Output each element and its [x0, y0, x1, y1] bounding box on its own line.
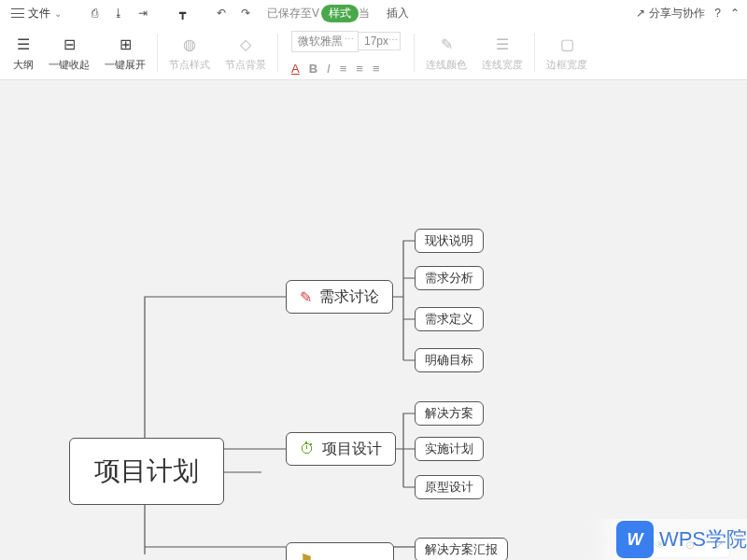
border-width-button[interactable]: ▢ 边框宽度: [546, 34, 587, 72]
chevron-down-icon: ⌄: [54, 8, 62, 19]
collapse-ribbon-icon[interactable]: ⌃: [730, 7, 740, 20]
leaf-node[interactable]: 需求分析: [415, 266, 484, 290]
leaf-node[interactable]: 现状说明: [415, 229, 484, 253]
file-label: 文件: [28, 6, 50, 21]
line-color-label: 连线颜色: [426, 58, 467, 72]
insert-menu[interactable]: 插入: [387, 6, 409, 21]
node-style-label: 节点样式: [169, 58, 210, 72]
outline-label: 大纲: [13, 58, 34, 72]
flag-icon: ⚑: [300, 551, 313, 561]
download-icon[interactable]: ⭳: [108, 3, 129, 23]
stopwatch-icon: ⏱: [300, 441, 315, 457]
wps-logo-icon: W: [616, 521, 654, 558]
file-menu[interactable]: 文件 ⌄: [7, 4, 65, 23]
line-width-icon: ☰: [492, 34, 513, 54]
font-family-select[interactable]: 微软雅黑: [291, 31, 359, 52]
redo-icon[interactable]: ↷: [235, 3, 256, 23]
node-bg-button[interactable]: ◇ 节点背景: [225, 34, 266, 72]
line-width-button[interactable]: ☰ 连线宽度: [482, 34, 523, 72]
share-button[interactable]: ↗ 分享与协作: [636, 6, 705, 21]
branch-node-1[interactable]: ✎ 需求讨论: [286, 280, 393, 314]
node-style-icon: ◍: [179, 34, 200, 54]
export-icon[interactable]: ⇥: [133, 3, 153, 23]
node-style-button[interactable]: ◍ 节点样式: [169, 34, 210, 72]
border-width-label: 边框宽度: [546, 58, 587, 72]
branch-1-label: 需求讨论: [319, 287, 379, 307]
border-width-icon: ▢: [557, 34, 577, 54]
branch-node-3[interactable]: ⚑ 汇报讨论: [286, 542, 394, 560]
leaf-node[interactable]: 解决方案汇报: [415, 538, 508, 560]
share-icon: ↗: [636, 7, 645, 20]
outline-icon: ☰: [13, 34, 34, 54]
ribbon-toolbar: ☰ 大纲 ⊟ 一键收起 ⊞ 一键展开 ◍ 节点样式 ◇ 节点背景: [0, 26, 747, 80]
node-bg-icon: ◇: [235, 34, 256, 54]
line-color-button[interactable]: ✎ 连线颜色: [426, 34, 467, 72]
line-color-icon: ✎: [436, 34, 457, 54]
format-brush-icon[interactable]: ┳: [172, 3, 192, 23]
save-status-prefix: 已保存至V: [267, 6, 319, 21]
wps-watermark-text: WPS学院: [659, 525, 747, 553]
collapse-all-button[interactable]: ⊟ 一键收起: [49, 34, 90, 72]
undo-icon[interactable]: ↶: [211, 3, 232, 23]
style-badge[interactable]: 样式: [321, 5, 359, 22]
node-bg-label: 节点背景: [225, 58, 266, 72]
wps-watermark: W WPS学院: [588, 519, 747, 560]
branch-2-label: 项目设计: [322, 440, 382, 459]
mindmap-canvas[interactable]: 项目计划 ✎ 需求讨论 现状说明 需求分析 需求定义 明确目标 ⏱ 项目设计 解…: [0, 80, 747, 560]
leaf-node[interactable]: 需求定义: [415, 307, 484, 331]
hamburger-icon: [11, 8, 24, 18]
pencil-icon: ✎: [300, 288, 312, 306]
share-label: 分享与协作: [649, 6, 705, 21]
font-color-button[interactable]: A: [291, 62, 300, 76]
leaf-node[interactable]: 原型设计: [415, 475, 484, 499]
line-width-label: 连线宽度: [482, 58, 523, 72]
help-icon[interactable]: ?: [714, 7, 721, 20]
leaf-node[interactable]: 明确目标: [415, 348, 484, 372]
expand-all-button[interactable]: ⊞ 一键展开: [105, 34, 146, 72]
align-center-icon[interactable]: ≡: [356, 62, 363, 76]
expand-label: 一键展开: [105, 58, 146, 72]
italic-button[interactable]: I: [327, 62, 331, 76]
save-status-suffix: 当: [359, 6, 370, 21]
font-size-select[interactable]: 17px: [359, 32, 401, 50]
bold-button[interactable]: B: [309, 62, 317, 76]
align-left-icon[interactable]: ≡: [340, 62, 347, 76]
branch-node-2[interactable]: ⏱ 项目设计: [286, 432, 396, 466]
collapse-icon: ⊟: [59, 34, 79, 54]
collapse-label: 一键收起: [49, 58, 90, 72]
align-right-icon[interactable]: ≡: [373, 62, 380, 76]
leaf-node[interactable]: 实施计划: [415, 437, 484, 461]
expand-icon: ⊞: [115, 34, 135, 54]
menu-bar: 文件 ⌄ ⎙ ⭳ ⇥ ┳ ↶ ↷ 已保存至V 样式 当 插入 ↗ 分享与协作 ?…: [0, 0, 747, 26]
print-icon[interactable]: ⎙: [84, 3, 105, 23]
font-group: 微软雅黑 17px A B I ≡ ≡ ≡: [282, 26, 410, 79]
outline-button[interactable]: ☰ 大纲: [13, 34, 34, 72]
leaf-node[interactable]: 解决方案: [415, 401, 484, 426]
root-node[interactable]: 项目计划: [69, 438, 224, 505]
